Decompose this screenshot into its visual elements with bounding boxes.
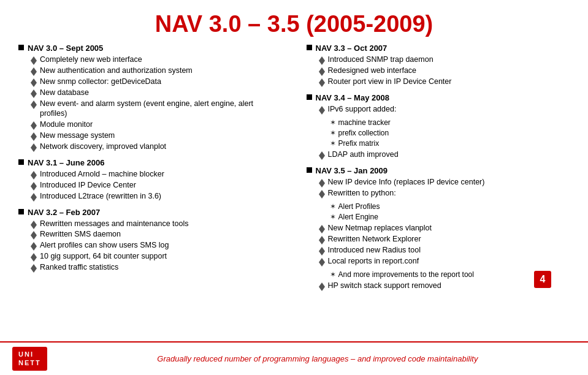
diamond-icon <box>31 242 37 246</box>
python-subitems: ✶Alert Profiles ✶Alert Engine <box>319 202 380 222</box>
list-item: ✶Alert Engine <box>330 212 380 222</box>
diamond-icon <box>31 100 37 105</box>
star-icon: ✶ <box>330 128 336 138</box>
diamond-icon <box>319 236 325 240</box>
diamond-icon <box>319 106 325 110</box>
nav34-items: IPv6 support added: ✶machine tracker ✶pr… <box>307 104 570 160</box>
list-item: New database <box>31 88 282 98</box>
diamond-icon <box>319 282 325 287</box>
diamond-icon <box>319 225 325 229</box>
list-item: Router port view in IP Device Center <box>319 77 570 87</box>
list-item: Local reports in report.conf ✶And more i… <box>319 256 570 280</box>
bullet-icon <box>307 167 312 173</box>
nav33-items: Introduced SNMP trap daemon Redesigned w… <box>307 55 570 87</box>
list-item: Rewritten to python: ✶Alert Profiles ✶Al… <box>319 188 570 222</box>
list-item: New IP device Info (replaces IP device c… <box>319 177 570 188</box>
list-item: New snmp collector: getDeviceData <box>31 77 282 87</box>
right-column: NAV 3.3 – Oct 2007 Introduced SNMP trap … <box>300 44 570 341</box>
diamond-icon <box>31 231 37 235</box>
list-item: Ranked traffic statistics <box>31 262 282 273</box>
left-column: NAV 3.0 – Sept 2005 Completely new web i… <box>18 44 288 341</box>
star-icon: ✶ <box>330 138 336 148</box>
logo-box: UNI NETT <box>12 347 47 370</box>
list-item: ✶machine tracker <box>330 118 391 127</box>
nav30-items: Completely new web interface New authent… <box>18 55 282 152</box>
report-subitems: ✶And more improvements to the report too… <box>319 270 474 280</box>
bullet-icon <box>307 94 312 100</box>
diamond-icon <box>319 151 325 156</box>
diamond-icon <box>319 190 325 194</box>
page-header: NAV 3.0 – 3.5 (2005-2009) <box>0 0 588 44</box>
list-item: Alert profiles can show users SMS log <box>31 240 282 251</box>
diamond-icon <box>31 171 37 175</box>
section-nav34: NAV 3.4 – May 2008 IPv6 support added: ✶… <box>307 93 570 160</box>
list-item: Introduced L2trace (rewritten in 3.6) <box>31 191 282 202</box>
diamond-icon <box>319 56 325 61</box>
list-item: Introduced Arnold – machine blocker <box>31 169 282 180</box>
diamond-icon <box>31 253 37 257</box>
diamond-icon <box>31 221 37 225</box>
list-item: Introduced IP Device Center <box>31 180 282 191</box>
diamond-icon <box>319 67 325 72</box>
section-nav32: NAV 3.2 – Feb 2007 Rewritten messages an… <box>18 208 282 273</box>
diamond-icon <box>31 132 37 137</box>
section-nav35: NAV 3.5 – Jan 2009 New IP device Info (r… <box>307 166 570 291</box>
diamond-icon <box>319 78 325 83</box>
diamond-icon <box>31 182 37 186</box>
list-item: Introduced new Radius tool <box>319 245 570 256</box>
diamond-icon <box>31 56 37 61</box>
ipv6-subitems: ✶machine tracker ✶prefix collection ✶Pre… <box>319 118 391 150</box>
diamond-icon <box>31 67 37 72</box>
list-item: ✶prefix collection <box>330 128 391 138</box>
section-nav30-title: NAV 3.0 – Sept 2005 <box>18 44 282 53</box>
diamond-icon <box>31 193 37 197</box>
list-item: Rewritten SMS daemon <box>31 229 282 240</box>
page: NAV 3.0 – 3.5 (2005-2009) NAV 3.0 – Sept… <box>0 0 588 375</box>
list-item: Rewritten messages and maintenance tools <box>31 219 282 229</box>
list-item: Network discovery, improved vlanplot <box>31 142 282 152</box>
section-nav34-title: NAV 3.4 – May 2008 <box>307 93 570 102</box>
diamond-icon <box>319 258 325 262</box>
bullet-icon <box>18 45 24 50</box>
star-icon: ✶ <box>330 202 336 211</box>
logo: UNI NETT <box>12 347 47 370</box>
section-nav31: NAV 3.1 – June 2006 Introduced Arnold – … <box>18 158 282 202</box>
section-nav31-title: NAV 3.1 – June 2006 <box>18 158 282 167</box>
list-item: 10 gig support, 64 bit counter support <box>31 251 282 262</box>
list-item: New authentication and authorization sys… <box>31 66 282 76</box>
page-title: NAV 3.0 – 3.5 (2005-2009) <box>0 11 588 37</box>
list-item: Module monitor <box>31 119 282 130</box>
section-nav30: NAV 3.0 – Sept 2005 Completely new web i… <box>18 44 282 152</box>
diamond-icon <box>31 89 37 94</box>
list-item: Introduced SNMP trap daemon <box>319 55 570 65</box>
list-item: ✶And more improvements to the report too… <box>330 270 474 279</box>
section-nav33-title: NAV 3.3 – Oct 2007 <box>307 44 570 53</box>
list-item: HP switch stack support removed <box>319 281 570 291</box>
bullet-icon <box>307 45 312 50</box>
list-item: ✶Alert Profiles <box>330 202 380 211</box>
list-item: LDAP auth improved <box>319 150 570 160</box>
diamond-icon <box>319 179 325 183</box>
section-nav33: NAV 3.3 – Oct 2007 Introduced SNMP trap … <box>307 44 570 87</box>
diamond-icon <box>319 247 325 251</box>
main-content: NAV 3.0 – Sept 2005 Completely new web i… <box>0 44 588 341</box>
list-item: Redesigned web interface <box>319 66 570 76</box>
bullet-icon <box>18 159 24 165</box>
list-item: IPv6 support added: ✶machine tracker ✶pr… <box>319 104 570 149</box>
star-icon: ✶ <box>330 118 336 127</box>
logo-text: UNI NETT <box>18 350 41 366</box>
diamond-icon <box>31 264 37 268</box>
list-item: New Netmap replaces vlanplot <box>319 223 570 233</box>
footer: UNI NETT Gradually reduced number of pro… <box>0 341 588 375</box>
nav31-items: Introduced Arnold – machine blocker Intr… <box>18 169 282 202</box>
list-item: Completely new web interface <box>31 55 282 65</box>
diamond-icon <box>31 78 37 83</box>
nav32-items: Rewritten messages and maintenance tools… <box>18 219 282 273</box>
list-item: Rewritten Network Explorer <box>319 234 570 244</box>
list-item: ✶Prefix matrix <box>330 138 391 148</box>
diamond-icon <box>31 121 37 126</box>
page-number-badge: 4 <box>534 271 551 288</box>
section-nav35-title: NAV 3.5 – Jan 2009 <box>307 166 570 175</box>
diamond-icon <box>31 143 37 148</box>
list-item: New event- and alarm system (event engin… <box>31 99 282 119</box>
